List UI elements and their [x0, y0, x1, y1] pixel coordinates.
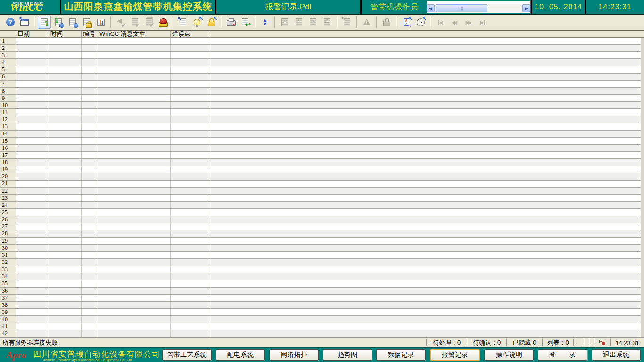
table-vertical-scrollbar[interactable]: [641, 38, 644, 337]
table-row[interactable]: 13: [0, 123, 644, 131]
selection-dialog-icon[interactable]: ↖: [176, 16, 190, 29]
help-icon[interactable]: ?: [4, 16, 17, 29]
nav-network-topology-button[interactable]: 网络拓扑: [269, 349, 319, 361]
table-row[interactable]: 33: [0, 266, 644, 273]
table-row[interactable]: 31: [0, 252, 644, 259]
table-body: 1234567891011121314151617181920212223242…: [0, 38, 644, 337]
wincc-runtime-window: SIEMENS WinCC 山西阳泉燕鑫输煤管带机集控系统 报警记录.Pdl 管…: [0, 0, 644, 362]
table-row[interactable]: 34: [0, 273, 644, 280]
nav-pipe-conveyor-system-button[interactable]: 管带工艺系统: [162, 349, 212, 361]
cell-number: [82, 230, 98, 237]
table-row[interactable]: 10: [0, 102, 644, 109]
export-icon[interactable]: ↩: [239, 16, 252, 29]
table-row[interactable]: 19: [0, 166, 644, 173]
print-icon[interactable]: [224, 16, 238, 29]
cell-message: [98, 173, 171, 180]
table-row[interactable]: 36: [0, 288, 644, 295]
short-term-archive-icon[interactable]: ↩: [52, 16, 65, 29]
nav-alarm-record-button[interactable]: 报警记录: [430, 349, 480, 361]
table-row[interactable]: 15: [0, 138, 644, 145]
scroll-left-arrow-icon[interactable]: ◀: [427, 4, 435, 12]
table-row[interactable]: 42: [0, 330, 644, 337]
table-row[interactable]: 38: [0, 302, 644, 309]
toolbar-separator: [221, 16, 222, 28]
display-options-dialog-icon[interactable]: ↖: [190, 16, 204, 29]
table-row[interactable]: 30: [0, 245, 644, 252]
table-row[interactable]: 39: [0, 309, 644, 316]
row-number: 20: [0, 173, 16, 180]
table-row[interactable]: 37: [0, 295, 644, 302]
date-display: 10. 05. 2014: [532, 0, 585, 14]
table-row[interactable]: 4: [0, 59, 644, 66]
row-number: 1: [0, 38, 16, 44]
cell-message: [98, 38, 171, 44]
locked-message-list-icon[interactable]: [80, 16, 93, 29]
nav-login-button[interactable]: 登 录: [538, 349, 587, 361]
scroll-right-arrow-icon[interactable]: ▶: [522, 4, 530, 12]
cell-error-point: [171, 59, 211, 66]
i-db: [59, 23, 64, 28]
table-row[interactable]: 1: [0, 38, 644, 45]
table-row[interactable]: 14: [0, 131, 644, 138]
table-row[interactable]: 17: [0, 152, 644, 159]
table-row[interactable]: 21: [0, 181, 644, 188]
nav-exit-system-button[interactable]: 退出系统: [592, 349, 641, 361]
autoscroll-icon[interactable]: ▲▼: [258, 16, 272, 29]
table-row[interactable]: 7: [0, 81, 644, 88]
table-row[interactable]: 27: [0, 223, 644, 230]
table-row[interactable]: 2: [0, 45, 644, 52]
table-row[interactable]: 41: [0, 323, 644, 330]
message-list-icon[interactable]: ↩: [38, 16, 51, 29]
nav-trend-chart-button[interactable]: 趋势图: [323, 349, 372, 361]
configure-dialog-icon[interactable]: ↖: [18, 16, 31, 29]
cell-message: [98, 273, 171, 280]
sort-dialog-icon[interactable]: AZ↖↓: [400, 16, 413, 29]
table-row[interactable]: 3: [0, 52, 644, 59]
table-row[interactable]: 22: [0, 188, 644, 195]
column-header-number: 编号: [82, 31, 98, 37]
row-number: 42: [0, 330, 16, 337]
scrollbar-track[interactable]: [435, 4, 522, 12]
previous-page-icon: ◀◀: [448, 16, 461, 29]
table-row[interactable]: 16: [0, 145, 644, 152]
table-row[interactable]: 24: [0, 202, 644, 209]
table-row[interactable]: 12: [0, 116, 644, 123]
table-row[interactable]: 25: [0, 209, 644, 216]
emergency-acknowledge-icon[interactable]: [157, 16, 170, 29]
hide-message-icon: [360, 16, 373, 29]
cell-filler: [211, 266, 644, 273]
table-row[interactable]: 23: [0, 195, 644, 202]
cell-message: [98, 45, 171, 51]
cell-number: [82, 152, 98, 158]
statistics-list-icon[interactable]: [94, 16, 107, 29]
table-row[interactable]: 26: [0, 216, 644, 223]
cell-time: [49, 216, 82, 223]
cell-error-point: [171, 166, 211, 173]
table-row[interactable]: 6: [0, 74, 644, 81]
lock-dialog-icon[interactable]: ↖: [205, 16, 218, 29]
cell-message: [98, 109, 171, 115]
nav-operation-manual-button[interactable]: 操作说明: [484, 349, 534, 361]
table-row[interactable]: 29: [0, 238, 644, 245]
table-row[interactable]: 40: [0, 316, 644, 323]
scrollbar-thumb[interactable]: [436, 4, 487, 12]
cell-message: [98, 152, 171, 158]
table-row[interactable]: 11: [0, 109, 644, 116]
row-number: 26: [0, 216, 16, 223]
long-term-archive-icon[interactable]: [66, 16, 79, 29]
table-row[interactable]: 28: [0, 230, 644, 238]
nav-data-record-button[interactable]: 数据记录: [376, 349, 426, 361]
table-row[interactable]: 20: [0, 173, 644, 181]
table-row[interactable]: 9: [0, 95, 644, 102]
span: ▲: [283, 20, 287, 22]
table-row[interactable]: 5: [0, 66, 644, 74]
horizontal-scrollbar[interactable]: ◀ ▶: [427, 4, 530, 12]
nav-power-distribution-system-button[interactable]: 配电系统: [216, 349, 265, 361]
table-row[interactable]: 32: [0, 259, 644, 266]
table-row[interactable]: 8: [0, 88, 644, 95]
cell-number: [82, 131, 98, 137]
cell-number: [82, 259, 98, 265]
table-row[interactable]: 18: [0, 159, 644, 166]
time-base-dialog-icon[interactable]: ↖: [414, 16, 427, 29]
table-row[interactable]: 35: [0, 280, 644, 288]
